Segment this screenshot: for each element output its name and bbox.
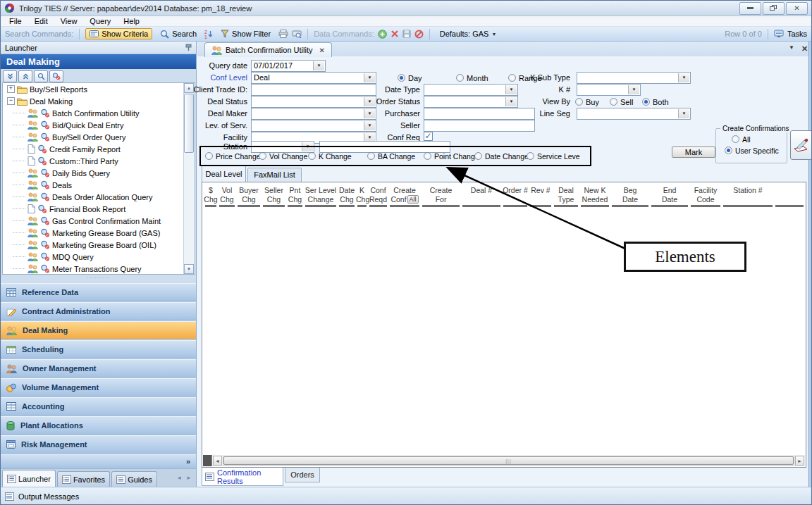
radio-buy[interactable]: Buy [575,97,599,106]
purchaser-input[interactable] [424,108,535,120]
collapse-all-button[interactable] [3,70,17,82]
grid-column-deal-type[interactable]: DealType [553,186,579,207]
more-buttons-chevron[interactable]: » [186,457,190,466]
close-document-icon[interactable]: ✕ [801,44,808,54]
sidebar-section-accounting[interactable]: Accounting [1,397,196,416]
radio-vol-change[interactable]: Vol Change [259,151,307,161]
grid-column-blank[interactable] [774,186,805,207]
grid-column-create-conf[interactable]: CreateConfAll [388,186,421,207]
radio-date-change[interactable]: Date Change [474,151,529,161]
tree-item-buy-sell-order-query[interactable]: Buy/Sell Order Query [3,131,195,143]
tab-confirmation-results[interactable]: Confirmation Results [202,468,283,486]
grid-column-create-for[interactable]: CreateFor [421,186,461,207]
print-preview-icon[interactable] [292,30,302,38]
delete-icon[interactable] [390,30,399,38]
order-status-combo[interactable]: ▼ [424,96,518,108]
close-button[interactable]: ✕ [786,2,808,15]
grid-column-new-k-needed[interactable]: New KNeeded [579,186,610,207]
conf-level-combo[interactable]: Deal▼ [251,72,376,84]
tree-item-meter-transactions-query[interactable]: Meter Transactions Query [3,263,195,275]
tree-item-financial-book-report[interactable]: Financial Book Report [3,203,195,215]
grid-column-station[interactable]: Station # [722,186,774,207]
radio-service-leve[interactable]: Service Leve [527,151,580,161]
tree-item-credit-family-report[interactable]: Credit Family Report [3,143,195,155]
print-icon[interactable] [278,30,288,38]
tree-item-custom-third-party[interactable]: Custom::Third Party [3,155,195,167]
grid-column-rev[interactable]: Rev # [529,186,553,207]
scroll-right-button[interactable]: ► [795,456,804,466]
scrollbar-track[interactable]: ||| [223,456,794,466]
menu-view[interactable]: View [54,16,84,27]
tree-item-batch-confirmation-utility[interactable]: Batch Confirmation Utility [3,107,195,119]
chevron-down-icon[interactable]: ▼ [505,85,517,94]
menu-edit[interactable]: Edit [28,16,54,27]
tree-item-bid-quick-deal-entry[interactable]: Bid/Quick Deal Entry [3,119,195,131]
radio-both[interactable]: Both [642,97,669,106]
sidebar-section-deal-making[interactable]: Deal Making [1,321,196,339]
search-tree-button[interactable] [34,70,48,82]
tab-deal-level[interactable]: Deal Level [202,166,246,182]
menu-help[interactable]: Help [117,16,146,27]
tree-item-deals-order-allocation-query[interactable]: Deals Order Allocation Query [3,191,195,203]
search-options-button[interactable] [49,70,63,82]
grid-column-beg-date[interactable]: BegDate [610,186,650,207]
radio-day[interactable]: Day [398,73,422,82]
radio-ba-change[interactable]: BA Change [367,151,415,161]
date-type-combo[interactable]: ▼ [424,84,518,96]
chevron-down-icon[interactable]: ▼ [364,97,375,106]
grid-column-order[interactable]: Order # [502,186,529,207]
grid-column-conf-reqd[interactable]: ConfReqd [368,186,388,207]
chevron-down-icon[interactable]: ▼ [678,73,689,82]
tree-item-deals[interactable]: Deals [3,179,195,191]
seller-input[interactable] [424,120,535,132]
minimize-button[interactable] [739,2,761,15]
splitter-handle[interactable]: ········· [1,275,196,282]
document-tab-batch-confirmation[interactable]: Batch Confirmation Utility ✕ [204,42,332,57]
menu-file[interactable]: File [3,16,28,27]
scrollbar-gripper-box[interactable] [203,455,212,466]
tree-item-marketing-grease-board-gas[interactable]: Marketing Grease Board (GAS) [3,227,195,239]
line-seg-combo[interactable]: ▼ [577,108,691,120]
grid-column-facility-code[interactable]: FacilityCode [689,186,722,207]
sort-icon[interactable]: 21 [204,30,213,39]
tab-list-dropdown-icon[interactable]: ▼ [789,44,794,54]
chevron-down-icon[interactable]: ▼ [678,109,689,118]
radio-range[interactable]: Range [508,73,541,82]
grid-column-pnt-chg[interactable]: PntChg [286,186,304,207]
grid-column-ser-level-change[interactable]: Ser LevelChange [304,186,338,207]
sidebar-section-risk-management[interactable]: Risk Management [1,435,196,454]
chevron-down-icon[interactable]: ▼ [364,73,375,82]
tree-expander-icon[interactable]: + [7,85,15,93]
tree-item-gas-control-confirmation-maint[interactable]: Gas Control Confirmation Maint [3,215,195,227]
sidebar-section-plant-allocations[interactable]: Plant Allocations [1,416,196,435]
conf-req-checkbox[interactable]: ✓ [424,132,433,141]
sidebar-tab-favorites[interactable]: Favorites [57,471,110,487]
show-filter-button[interactable]: Show Filter [216,28,275,39]
client-trade-id-input[interactable] [251,84,376,96]
radio-k-change[interactable]: K Change [308,151,352,161]
sidebar-section-owner-management[interactable]: Owner Management [1,359,196,378]
menu-query[interactable]: Query [83,16,117,27]
scroll-down-button[interactable]: ▼ [184,264,194,274]
sidebar-section-reference-data[interactable]: Reference Data [1,283,196,301]
grid-column-deal[interactable]: Deal # [461,186,502,207]
radio-user-specific[interactable]: User Specific [725,146,779,155]
k-num-combo[interactable]: ▼ [577,84,641,96]
restore-button[interactable] [763,2,785,15]
tree-item-daily-bids-query[interactable]: Daily Bids Query [3,167,195,179]
mark-button[interactable]: Mark [672,146,715,158]
lev-of-serv-combo[interactable]: ▼ [251,120,376,132]
tasks-button[interactable]: Tasks [787,30,807,38]
grid-column-seller-chg[interactable]: SellerChg [262,186,286,207]
show-criteria-button[interactable]: Show Criteria [85,28,152,39]
defaults-dropdown[interactable]: Defaults: GAS ▼ [436,28,501,39]
sign-confirmations-button[interactable] [790,130,812,160]
sidebar-tab-guides[interactable]: Guides [111,471,157,487]
deal-status-combo[interactable]: ▼ [251,96,376,108]
search-button[interactable]: Search [156,28,201,40]
tab-orders[interactable]: Orders [285,468,320,482]
horizontal-scrollbar[interactable]: ◄ ||| ► [203,455,805,466]
chevron-down-icon[interactable]: ▼ [628,85,639,94]
grid-column-date-chg[interactable]: DateChg [338,186,356,207]
tab-faxmail-list[interactable]: FaxMail List [247,168,302,182]
